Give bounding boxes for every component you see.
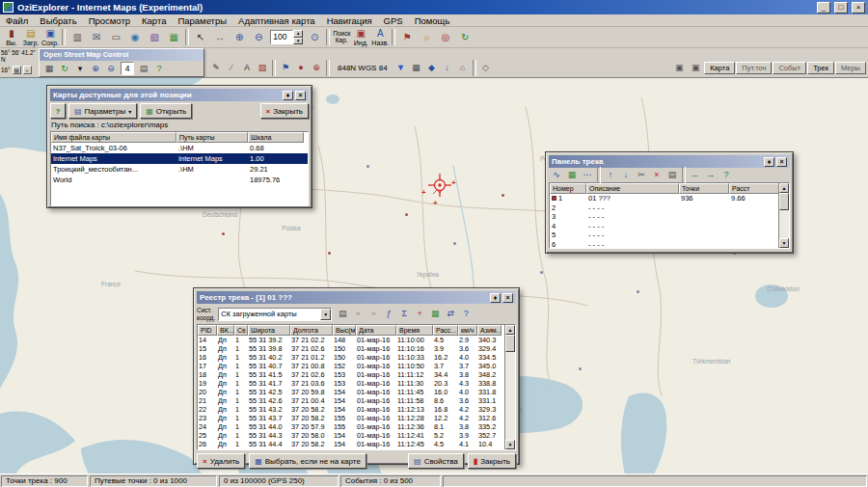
column-header[interactable]: Се... bbox=[234, 325, 248, 336]
track-point-row[interactable]: 26Дп155 31 44.437 20 58.215401-мар-1611:… bbox=[198, 440, 504, 448]
track-point-row[interactable]: 22Дп155 31 43.237 20 58.215401-мар-1611:… bbox=[198, 405, 504, 414]
track-point-row[interactable]: 17Дп155 31 40.737 21 00.815201-мар-1611:… bbox=[198, 362, 504, 370]
track-down-button[interactable]: ↓ bbox=[618, 169, 634, 182]
mail-button[interactable]: ✉ bbox=[87, 28, 106, 47]
registry-close-button[interactable]: ▮Закрыть bbox=[468, 453, 516, 469]
filter-button[interactable]: ▼ bbox=[393, 61, 409, 74]
maps-params-button[interactable]: ▤Параметры▾ bbox=[68, 103, 137, 119]
reg-list-button[interactable]: ▤ bbox=[335, 308, 350, 321]
maps-dialog-titlebar[interactable]: Карты доступные для этой позиции ♦ × bbox=[50, 89, 309, 101]
column-header[interactable]: Путь карты bbox=[176, 132, 248, 143]
crosshair-mini-icon[interactable]: + bbox=[23, 66, 32, 74]
find-map-button[interactable]: ПоискКар. bbox=[332, 28, 351, 47]
zoom-in-button[interactable]: ⊕ bbox=[230, 28, 249, 47]
measure-button[interactable]: ◇ bbox=[478, 61, 494, 74]
column-header[interactable]: Дата bbox=[356, 325, 396, 336]
track-point-row[interactable]: 15Дп155 31 39.837 21 02.615001-мар-1611:… bbox=[198, 344, 504, 353]
menu-item-параметры[interactable]: Параметры bbox=[172, 15, 232, 26]
column-header[interactable]: Выс(м) bbox=[333, 325, 356, 336]
track-row[interactable]: 5- - - - bbox=[550, 230, 778, 240]
menu-item-выбрать[interactable]: Выбрать bbox=[34, 15, 82, 26]
column-header[interactable]: Расс... bbox=[433, 325, 458, 336]
menu-item-помощь[interactable]: Помощь bbox=[409, 15, 456, 26]
zoom-out-button[interactable]: ⊖ bbox=[249, 28, 268, 47]
track-row[interactable]: 3- - - - bbox=[550, 212, 778, 222]
toggle-трек[interactable]: Трек bbox=[807, 62, 834, 74]
page-icon-1[interactable]: ▣ bbox=[671, 61, 687, 74]
globe-button[interactable]: ◉ bbox=[125, 28, 145, 47]
osm-tiles-button[interactable]: ▦ bbox=[41, 62, 57, 75]
track-list-button[interactable]: ▤ bbox=[665, 169, 680, 182]
pointer-button[interactable]: ↖ bbox=[191, 28, 210, 47]
column-header[interactable]: Азим... bbox=[477, 325, 502, 336]
reg-fx-button[interactable]: ƒ bbox=[381, 308, 396, 321]
track-help-button[interactable]: ? bbox=[719, 169, 734, 182]
track-panel-pin-button[interactable]: ♦ bbox=[764, 157, 774, 167]
maximize-button[interactable]: □ bbox=[834, 2, 848, 14]
track-next-button[interactable]: → bbox=[703, 169, 719, 182]
osm-help-button[interactable]: ? bbox=[151, 62, 167, 75]
track-point-row[interactable]: 25Дп155 31 44.337 20 58.015401-мар-1611:… bbox=[198, 431, 504, 440]
column-header[interactable]: Расст bbox=[729, 183, 778, 194]
exit-button[interactable]: ▮Вы. bbox=[2, 28, 21, 47]
menu-item-просмотр[interactable]: Просмотр bbox=[83, 15, 136, 26]
track-more-button[interactable]: ⋯ bbox=[580, 169, 595, 182]
down-button[interactable]: ↓ bbox=[440, 61, 455, 74]
track-registry-titlebar[interactable]: Реестр трека - [1] 01 ??? ♦ × bbox=[197, 291, 516, 304]
registry-select-not-on-map-button[interactable]: ▦Выбрать, если не на карте bbox=[249, 453, 366, 469]
column-header[interactable]: Точки bbox=[679, 183, 729, 194]
track-cut-button[interactable]: ✂ bbox=[634, 169, 649, 182]
track-registry-close-button[interactable]: × bbox=[502, 293, 513, 303]
menu-item-навигация[interactable]: Навигация bbox=[321, 15, 378, 26]
maps-open-button[interactable]: ▦Открыть bbox=[140, 103, 192, 119]
zoom-fit-button[interactable]: ⊙ bbox=[305, 28, 324, 47]
page-icon-2[interactable]: ▣ bbox=[688, 61, 703, 74]
track-point-row[interactable]: 18Дп155 31 41.537 21 02.615301-мар-1611:… bbox=[198, 370, 504, 379]
column-header[interactable]: Номер bbox=[550, 183, 586, 194]
track-panel-scrollbar[interactable]: ▲▼ bbox=[778, 183, 789, 248]
reg-prev-button[interactable]: « bbox=[350, 308, 366, 321]
column-header[interactable]: ВК... bbox=[217, 325, 234, 336]
minimize-button[interactable]: _ bbox=[817, 2, 830, 14]
osm-refresh-button[interactable]: ↻ bbox=[57, 62, 72, 75]
track-point-row[interactable]: 24Дп155 31 44.037 20 57.915501-мар-1611:… bbox=[198, 422, 504, 431]
waypoint-button[interactable]: ⚑ bbox=[278, 61, 293, 74]
menu-item-файл[interactable]: Файл bbox=[0, 15, 34, 26]
menu-item-адаптивная карта[interactable]: Адаптивная карта bbox=[232, 15, 321, 26]
maps-close-list-button[interactable]: ×Закрыть bbox=[260, 103, 309, 119]
event-button[interactable]: ● bbox=[293, 61, 309, 74]
osm-control-title[interactable]: Open Street Map Control bbox=[40, 49, 203, 61]
column-header[interactable]: Описание bbox=[586, 183, 679, 194]
track-row[interactable]: 4- - - - bbox=[550, 222, 778, 231]
osm-zoom-in-button[interactable]: ⊕ bbox=[88, 62, 103, 75]
column-header[interactable]: Долгота bbox=[290, 325, 333, 336]
track-up-button[interactable]: ↑ bbox=[603, 169, 618, 182]
pan-button[interactable]: ↔ bbox=[210, 28, 230, 47]
column-header[interactable]: PID bbox=[198, 325, 217, 336]
track-panel-close-button[interactable]: × bbox=[776, 157, 787, 167]
osm-settings-button[interactable]: ▤ bbox=[136, 62, 151, 75]
layers-button[interactable]: ▧ bbox=[145, 28, 164, 47]
toggle-меры[interactable]: Меры bbox=[835, 62, 866, 74]
reg-next-button[interactable]: » bbox=[366, 308, 381, 321]
track-row[interactable]: 6- - - - bbox=[550, 240, 778, 249]
reg-help-button[interactable]: ? bbox=[458, 308, 474, 321]
track-point-button[interactable]: ⊕ bbox=[309, 61, 324, 74]
track-point-row[interactable]: 20Дп155 31 42.537 20 59.815401-мар-1611:… bbox=[198, 388, 504, 396]
track-point-row[interactable]: 14Дп155 31 39.237 21 02.214801-мар-1611:… bbox=[198, 336, 504, 344]
diamond-button[interactable]: ◆ bbox=[424, 61, 440, 74]
track-point-row[interactable]: 21Дп155 31 42.637 21 00.415401-мар-1611:… bbox=[198, 396, 504, 405]
zoom-percent-combo[interactable]: 100▲▼ bbox=[270, 30, 303, 44]
column-header[interactable]: км/ч bbox=[458, 325, 477, 336]
column-header[interactable]: Широта bbox=[248, 325, 290, 336]
track-row[interactable]: 101 ???9369.66 bbox=[550, 194, 778, 203]
maps-help-button[interactable]: ? bbox=[50, 103, 66, 119]
registry-scrollbar[interactable]: ▲▼ bbox=[504, 325, 515, 449]
refresh-button[interactable]: ↻ bbox=[455, 28, 475, 47]
waypoint-flag-button[interactable]: ⚑ bbox=[397, 28, 417, 47]
osm-zoom-out-button[interactable]: ⊖ bbox=[103, 62, 119, 75]
map-file-row[interactable]: Троицкий_местообитан....\НМ29.21 bbox=[51, 164, 308, 175]
osm-maptype-dropdown[interactable]: ▾ bbox=[72, 62, 88, 75]
daylight-button[interactable]: ☼ bbox=[417, 28, 436, 47]
maps-dialog-close-button[interactable]: × bbox=[295, 91, 306, 100]
